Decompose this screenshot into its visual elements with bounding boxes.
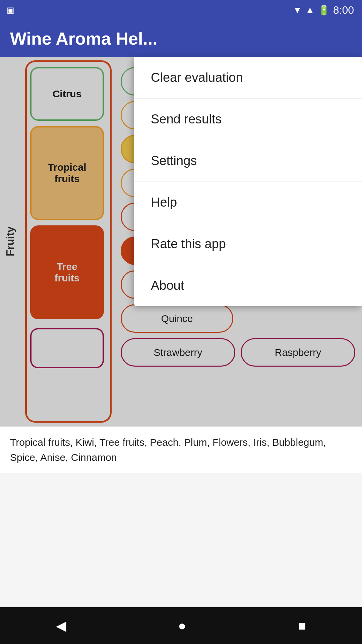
signal-icon: ▲ (305, 5, 315, 15)
menu-item-help[interactable]: Help (134, 182, 362, 223)
content-wrapper: Fruity Citrus Tropicalfruits Treefruits (0, 57, 362, 426)
menu-item-about[interactable]: About (134, 265, 362, 306)
dropdown-menu: Clear evaluation Send results Settings H… (134, 57, 362, 306)
home-button[interactable]: ● (178, 618, 186, 633)
dropdown-overlay[interactable]: Clear evaluation Send results Settings H… (0, 57, 362, 426)
sim-icon: ▣ (7, 5, 14, 15)
wifi-icon: ▼ (293, 5, 302, 15)
summary-bar: Tropical fruits, Kiwi, Tree fruits, Peac… (0, 426, 362, 473)
menu-item-send[interactable]: Send results (134, 99, 362, 140)
status-time: 8:00 (333, 4, 354, 16)
menu-item-settings[interactable]: Settings (134, 140, 362, 182)
battery-icon: 🔋 (318, 5, 330, 16)
menu-item-clear[interactable]: Clear evaluation (134, 57, 362, 99)
app-title: Wine Aroma Hel... (10, 29, 158, 49)
back-button[interactable]: ◀ (56, 618, 66, 633)
menu-item-rate[interactable]: Rate this app (134, 223, 362, 265)
toolbar: Wine Aroma Hel... (0, 20, 362, 57)
summary-text: Tropical fruits, Kiwi, Tree fruits, Peac… (10, 437, 326, 463)
bottom-nav: ◀ ● ■ (0, 607, 362, 644)
status-bar: ▣ ▼ ▲ 🔋 8:00 (0, 0, 362, 20)
recent-button[interactable]: ■ (298, 618, 306, 633)
